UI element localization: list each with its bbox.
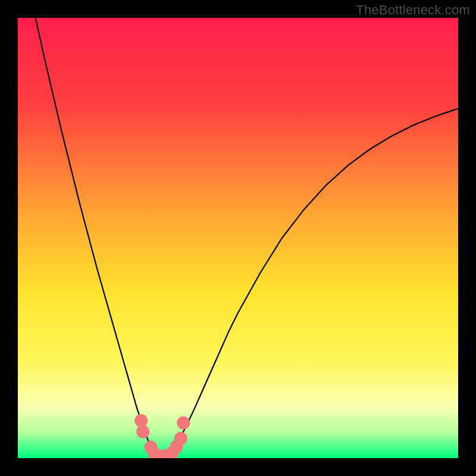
marker-dot: [136, 425, 149, 439]
marker-dot: [174, 432, 187, 445]
marker-dot: [177, 416, 190, 430]
gradient-background: [18, 18, 458, 458]
watermark-text: TheBottleneck.com: [356, 2, 470, 18]
chart-frame: TheBottleneck.com: [0, 0, 476, 476]
plot-area: [18, 18, 458, 458]
chart-svg: [18, 18, 458, 458]
marker-dot: [134, 414, 148, 427]
